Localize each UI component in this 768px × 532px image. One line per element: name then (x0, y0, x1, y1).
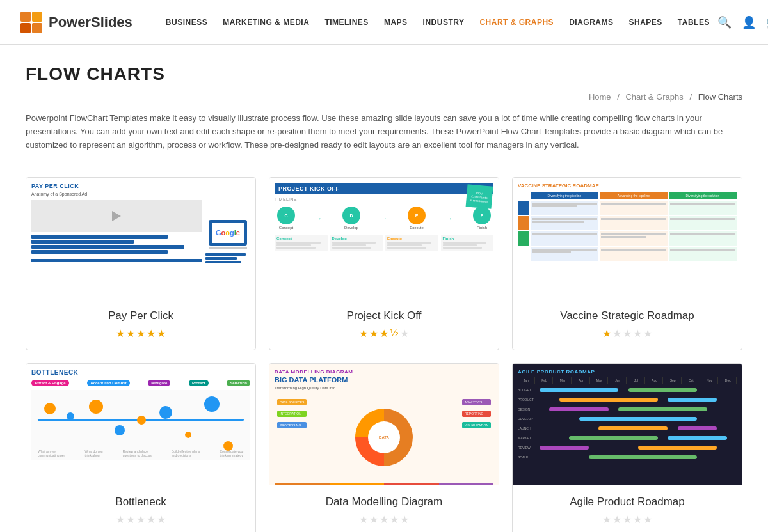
star-1: ★ (359, 513, 368, 526)
nav-marketing[interactable]: MARKETING & MEDIA (215, 18, 317, 27)
star-1: ★ (116, 327, 125, 340)
star-5: ★ (643, 327, 652, 340)
vsr-cell-2-3 (669, 216, 737, 230)
ar-label-8: SCALE (518, 455, 537, 459)
star-4: ★ (147, 513, 156, 526)
vsr-cell-4-1 (531, 247, 598, 261)
product-thumbnail-dm: DATA MODELLING DIAGRAM BIG DATA PLATFORM… (269, 364, 499, 485)
ppc-slide-subtitle: Anatomy of a Sponsored Ad (31, 192, 250, 196)
star-3: ★ (380, 327, 388, 340)
logo[interactable]: PowerSlides (19, 10, 132, 35)
breadcrumb-sep1: / (617, 92, 621, 102)
pko-sticky-note: InputConstraints& Resources (466, 185, 493, 209)
ar-bar-3b (618, 407, 707, 411)
dm-donut-outer: DATA (355, 409, 413, 466)
ar-bar-4a (579, 417, 698, 421)
dm-body: DATA SOURCES INTEGRATION PROCESSING DATA (275, 393, 493, 482)
ar-bar-2b (668, 398, 717, 402)
breadcrumb: Home / Chart & Graphs / Flow Charts (26, 92, 742, 102)
star-1: ★ (116, 513, 125, 526)
star-4: ★ (147, 327, 156, 340)
vsr-cell-1-3 (669, 201, 737, 215)
ar-month-jul: Jul (628, 377, 645, 384)
nav-maps[interactable]: MAPS (376, 18, 415, 27)
pko-circle-1: C (277, 207, 295, 224)
breadcrumb-home[interactable]: Home (589, 92, 611, 102)
ar-bar-container-2 (540, 397, 737, 402)
slide-vsr: VACCINE STRATEGIC ROADMAP Diversifying t… (513, 178, 742, 299)
svg-rect-3 (32, 23, 42, 33)
pko-stages: C Concept → D Develop → E Execute (275, 207, 493, 230)
pko-stage-label-1: Concept (279, 226, 293, 230)
stars-dm: ★ ★ ★ ★ ★ (280, 513, 488, 526)
star-5: ★ (157, 327, 166, 340)
btn-scatter: What am wecommunicating per What do yout… (31, 390, 250, 460)
product-info-dm: Data Modelling Diagram ★ ★ ★ ★ ★ (269, 485, 499, 532)
vsr-cell-3-3 (669, 231, 737, 246)
nav-business[interactable]: BUSINESS (158, 18, 215, 27)
dm-donut-container: DATA (355, 409, 413, 466)
product-card-agile-roadmap[interactable]: AGILE PRODUCT ROADMAP Jan Feb Mar Apr Ma… (512, 363, 742, 532)
pko-circle-4: F (473, 207, 491, 224)
ar-gantt-rows: BUDGET PRODUCT (518, 386, 737, 461)
laptop-base (209, 247, 247, 249)
pko-stage-2: D Develop (342, 207, 360, 230)
pko-detail-1: Concept (275, 235, 328, 251)
svg-rect-1 (32, 12, 42, 22)
product-thumbnail-pko: InputConstraints& Resources PROJECT KICK… (269, 178, 499, 299)
product-card-data-modelling[interactable]: DATA MODELLING DIAGRAM BIG DATA PLATFORM… (269, 363, 499, 532)
dm-right-labels: ANALYTICS REPORTING VISUALIZATION (462, 399, 491, 428)
ar-bar-6a (569, 436, 658, 440)
product-thumbnail-ar: AGILE PRODUCT ROADMAP Jan Feb Mar Apr Ma… (513, 364, 742, 485)
nav-shapes[interactable]: SHAPES (621, 18, 669, 27)
user-icon[interactable]: 👤 (742, 15, 756, 29)
ar-label-2: PRODUCT (518, 398, 537, 402)
product-card-project-kick-off[interactable]: InputConstraints& Resources PROJECT KICK… (269, 177, 499, 350)
breadcrumb-parent[interactable]: Chart & Graphs (625, 92, 683, 102)
ppc-stat-bar-3 (205, 261, 241, 263)
nav-chart-graphs[interactable]: CHART & GRAPHS (472, 18, 561, 27)
ar-label-1: BUDGET (518, 388, 537, 392)
btn-dot-4 (115, 425, 125, 435)
pko-circle-2: D (342, 207, 360, 224)
pko-detail-3: Execute (385, 235, 438, 251)
ar-bar-container-7 (540, 445, 737, 450)
pko-stage-label-2: Develop (344, 226, 358, 230)
logo-text: PowerSlides (49, 14, 132, 31)
product-info-bottleneck: Bottleneck ★ ★ ★ ★ ★ (26, 485, 255, 532)
vsr-row-3 (518, 231, 737, 246)
star-2: ★ (369, 513, 378, 526)
pko-detail-4: Finish (441, 235, 494, 251)
vsr-cell-1-1 (531, 201, 598, 215)
star-1: ★ (359, 327, 368, 340)
pko-arrow-1: → (316, 215, 322, 222)
ar-gantt-row-1: BUDGET (518, 386, 737, 394)
pko-detail-title-3: Execute (387, 237, 436, 240)
pko-detail-title-1: Concept (276, 237, 326, 240)
product-card-bottleneck[interactable]: BOTTLENECK Attract & Engage Accept and C… (26, 363, 256, 532)
dm-tagline: Transforming High Quality Data into (275, 386, 493, 390)
ar-bar-8a (589, 455, 697, 459)
vsr-cell-4-3 (669, 247, 737, 261)
product-card-pay-per-click[interactable]: PAY PER CLICK Anatomy of a Sponsored Ad (26, 177, 256, 350)
dm-bottom-labels: DATA PROVISION OUR BIG DATA PLATFORM BIG… (275, 483, 493, 485)
product-info-ppc: Pay Per Click ★ ★ ★ ★ ★ (26, 299, 255, 350)
nav-tables[interactable]: TABLES (670, 18, 717, 27)
btn-dot-7 (185, 432, 191, 438)
ar-bar-1b (628, 388, 698, 392)
product-card-vaccine-roadmap[interactable]: VACCINE STRATEGIC ROADMAP Diversifying t… (512, 177, 742, 350)
product-name-pko: Project Kick Off (280, 309, 488, 322)
ppc-bottom-bar (31, 259, 202, 262)
nav-diagrams[interactable]: DIAGRAMS (561, 18, 621, 27)
dm-label-3: PROCESSING (277, 422, 307, 428)
product-thumbnail-ppc: PAY PER CLICK Anatomy of a Sponsored Ad (26, 178, 255, 299)
stars-ppc: ★ ★ ★ ★ ★ (36, 327, 245, 340)
nav-timelines[interactable]: TIMELINES (317, 18, 376, 27)
vsr-cell-3-2 (600, 231, 668, 246)
vsr-cell-2-1 (531, 216, 598, 230)
nav-industry[interactable]: INDUSTRY (415, 18, 472, 27)
vsr-cell-4-2 (600, 247, 668, 261)
btn-badge-4: Protect (189, 380, 209, 386)
search-icon[interactable]: 🔍 (717, 15, 732, 29)
pko-stage-1: C Concept (277, 207, 295, 230)
